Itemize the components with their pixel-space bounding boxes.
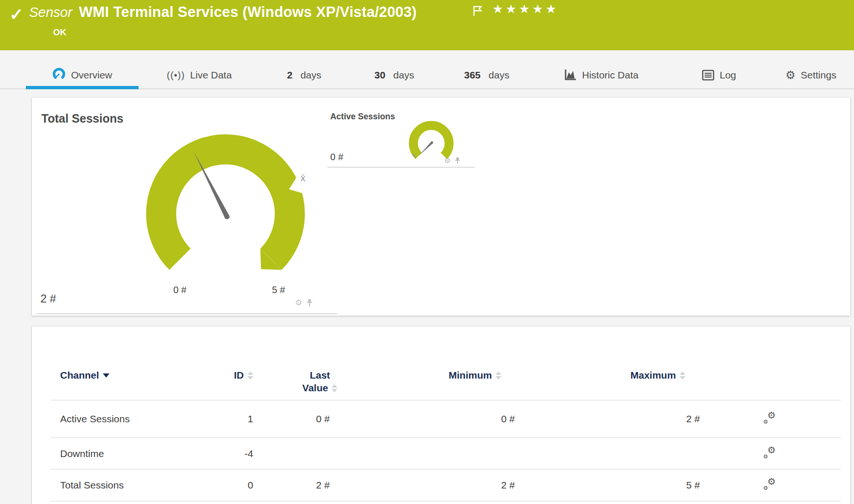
column-header-maximum-label: Maximum bbox=[630, 370, 676, 381]
channel-table-panel: Channel ID Last Value Minimum Maximum Ac… bbox=[32, 326, 850, 504]
area-chart-icon bbox=[564, 69, 577, 81]
sensor-header-bar: ✓ Sensor WMI Terminal Services (Windows … bbox=[0, 0, 854, 50]
total-sessions-gauge-arc bbox=[161, 149, 290, 259]
column-header-last-value-line1: Last bbox=[289, 370, 350, 381]
channel-settings-gears-icon[interactable]: ⚙ ⚙ bbox=[763, 447, 776, 458]
active-sessions-gauge-controls: ⚙ bbox=[444, 157, 460, 164]
log-list-icon bbox=[702, 70, 714, 81]
gauge-settings-gear-icon[interactable]: ⚙ bbox=[295, 299, 302, 307]
tab-settings-label: Settings bbox=[801, 70, 837, 81]
tab-365-days-label: days bbox=[489, 70, 509, 81]
channel-id: 1 bbox=[197, 413, 253, 425]
tab-log[interactable]: Log bbox=[702, 50, 736, 88]
column-header-last-value-line2: Value bbox=[303, 382, 328, 394]
total-sessions-gauge bbox=[141, 129, 319, 298]
channel-name: Downtime bbox=[60, 448, 104, 459]
tab-settings[interactable]: ⚙ Settings bbox=[785, 50, 836, 88]
column-header-last-value[interactable]: Last Value bbox=[289, 370, 350, 394]
tab-historic-data[interactable]: Historic Data bbox=[564, 50, 638, 88]
channel-maximum: 5 # bbox=[644, 480, 700, 491]
channel-id: 0 bbox=[197, 480, 253, 491]
tab-30-days[interactable]: 30 days bbox=[374, 50, 414, 88]
active-sessions-gauge-title: Active Sessions bbox=[330, 112, 395, 122]
broadcast-icon: ((•)) bbox=[167, 70, 185, 81]
column-header-id[interactable]: ID bbox=[197, 370, 253, 381]
sort-toggle-icon bbox=[248, 372, 253, 380]
column-header-minimum-label: Minimum bbox=[449, 370, 492, 381]
column-header-id-label: ID bbox=[234, 370, 244, 381]
tab-overview[interactable]: Overview bbox=[26, 50, 139, 88]
total-sessions-gauge-title: Total Sessions bbox=[41, 112, 124, 125]
tab-live-data[interactable]: ((•)) Live Data bbox=[167, 50, 232, 88]
column-header-channel[interactable]: Channel bbox=[60, 370, 109, 381]
total-sessions-divider bbox=[37, 313, 337, 314]
column-header-maximum[interactable]: Maximum bbox=[630, 370, 685, 381]
sort-toggle-icon bbox=[332, 384, 337, 392]
sort-descending-icon bbox=[103, 373, 109, 378]
channel-name: Total Sessions bbox=[60, 480, 124, 491]
active-sessions-divider bbox=[327, 167, 475, 168]
active-sessions-gauge-needle bbox=[418, 141, 434, 156]
object-kind-label: Sensor bbox=[29, 5, 72, 20]
channel-last-value: 2 # bbox=[273, 480, 330, 491]
column-header-channel-label: Channel bbox=[60, 370, 99, 381]
gear-icon: ⚙ bbox=[785, 70, 796, 81]
priority-stars[interactable]: ★★★★★ bbox=[492, 2, 559, 16]
tab-live-data-label: Live Data bbox=[190, 70, 232, 81]
table-row: Active Sessions 1 0 # 0 # 2 # ⚙ ⚙ bbox=[51, 401, 841, 438]
tab-bar: Overview ((•)) Live Data 2 days 30 days … bbox=[0, 50, 854, 89]
tab-365-days[interactable]: 365 days bbox=[464, 50, 509, 88]
gauge-pin-icon[interactable] bbox=[455, 157, 460, 164]
tab-2-days[interactable]: 2 days bbox=[287, 50, 321, 88]
total-sessions-scale-min: 0 # bbox=[166, 285, 194, 295]
tab-30-days-label: days bbox=[393, 70, 414, 81]
gauge-pin-icon[interactable] bbox=[306, 299, 313, 307]
channel-settings-gears-icon[interactable]: ⚙ ⚙ bbox=[763, 478, 776, 490]
sort-toggle-icon bbox=[680, 372, 685, 380]
channel-maximum: 2 # bbox=[644, 413, 700, 425]
channel-id: -4 bbox=[197, 448, 253, 459]
sensor-status-text: OK bbox=[53, 27, 67, 38]
tab-365-days-number: 365 bbox=[464, 70, 481, 81]
sort-toggle-icon bbox=[496, 372, 501, 380]
priority-flag-icon[interactable] bbox=[472, 5, 484, 17]
tab-2-days-number: 2 bbox=[287, 70, 293, 81]
total-sessions-gauge-controls: ⚙ bbox=[295, 299, 313, 307]
table-row: Downtime -4 ⚙ ⚙ bbox=[51, 438, 841, 470]
gauges-panel: Total Sessions x̄ 2 # 0 # 5 # ⚙ Active S… bbox=[32, 98, 850, 316]
gauge-settings-gear-icon[interactable]: ⚙ bbox=[444, 157, 450, 164]
page-title: WMI Terminal Services (Windows XP/Vista/… bbox=[79, 4, 417, 21]
channel-minimum: 2 # bbox=[458, 480, 515, 491]
column-header-minimum[interactable]: Minimum bbox=[449, 370, 501, 381]
gauge-icon bbox=[52, 67, 66, 81]
active-sessions-gauge-arc bbox=[413, 125, 449, 156]
channel-last-value: 0 # bbox=[273, 413, 330, 425]
channel-minimum: 0 # bbox=[458, 413, 515, 425]
channel-name: Active Sessions bbox=[60, 413, 130, 425]
total-sessions-current-value: 2 # bbox=[40, 292, 56, 305]
status-ok-check-icon: ✓ bbox=[9, 5, 23, 24]
tab-log-label: Log bbox=[720, 70, 736, 81]
active-sessions-current-value: 0 # bbox=[330, 152, 343, 163]
tab-historic-data-label: Historic Data bbox=[582, 70, 638, 81]
tab-30-days-number: 30 bbox=[374, 70, 385, 81]
tab-overview-label: Overview bbox=[71, 70, 112, 81]
table-row: Total Sessions 0 2 # 2 # 5 # ⚙ ⚙ bbox=[51, 470, 841, 502]
tab-2-days-label: days bbox=[301, 70, 321, 81]
average-marker-label: x̄ bbox=[301, 173, 305, 184]
sensor-title-line: Sensor WMI Terminal Services (Windows XP… bbox=[29, 4, 417, 21]
channel-settings-gears-icon[interactable]: ⚙ ⚙ bbox=[763, 412, 776, 424]
total-sessions-scale-max: 5 # bbox=[264, 285, 293, 295]
